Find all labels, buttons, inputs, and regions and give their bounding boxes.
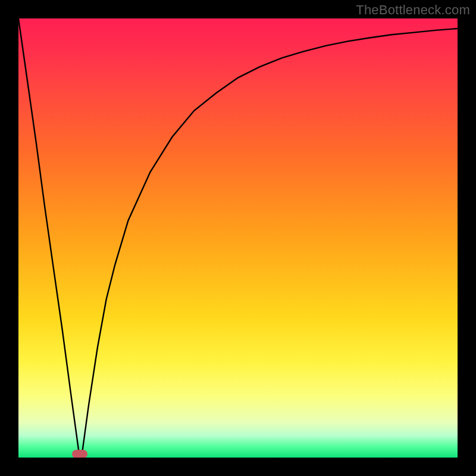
chart-frame: TheBottleneck.com — [0, 0, 476, 476]
optimal-point-marker — [72, 450, 87, 458]
bottleneck-curve — [18, 18, 458, 453]
watermark-text: TheBottleneck.com — [356, 2, 470, 18]
bottleneck-curve-svg — [18, 18, 458, 458]
plot-area — [18, 18, 458, 458]
